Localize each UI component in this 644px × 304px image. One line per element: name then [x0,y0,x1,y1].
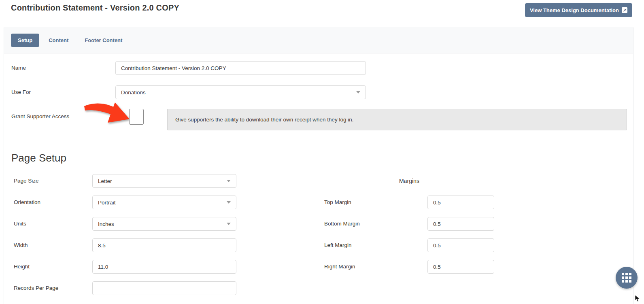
page-size-select[interactable]: Letter [92,174,236,188]
orientation-selected-value: Portrait [98,200,116,206]
left-margin-label: Left Margin [324,238,352,252]
page-size-selected-value: Letter [98,178,112,184]
chevron-down-icon [356,91,360,94]
bottom-margin-input[interactable] [427,217,494,231]
units-label: Units [14,217,26,231]
tab-setup[interactable]: Setup [11,34,39,47]
orientation-label: Orientation [14,196,40,209]
records-per-page-label: Records Per Page [14,281,58,295]
records-per-page-input[interactable] [92,281,236,295]
right-margin-label: Right Margin [324,260,355,274]
tab-footer-content[interactable]: Footer Content [78,34,129,47]
chevron-down-icon [227,180,231,182]
units-select[interactable]: Inches [92,217,236,231]
height-label: Height [14,260,30,274]
width-label: Width [14,238,28,252]
mouse-cursor-icon [635,295,640,302]
units-selected-value: Inches [98,221,114,227]
use-for-select[interactable]: Donations [115,85,366,99]
top-margin-label: Top Margin [324,196,351,209]
orientation-select[interactable]: Portrait [92,196,236,209]
red-annotation-arrow-icon [81,101,134,126]
chevron-down-icon [227,201,231,204]
tab-bar: Setup Content Footer Content [4,27,633,53]
settings-card: Setup Content Footer Content Name Use Fo… [4,27,633,304]
width-input[interactable] [92,238,236,252]
tab-content[interactable]: Content [42,34,75,47]
height-input[interactable] [92,260,236,274]
margins-heading: Margins [324,178,494,184]
bottom-margin-label: Bottom Margin [324,217,360,231]
page-size-label: Page Size [14,174,39,188]
apps-grid-fab-button[interactable] [616,267,638,289]
left-margin-input[interactable] [427,238,494,252]
right-margin-input[interactable] [427,260,494,274]
doc-button-label: View Theme Design Documentation [530,7,619,13]
use-for-selected-value: Donations [121,89,146,96]
grant-supporter-access-checkbox[interactable] [129,109,144,125]
view-theme-design-documentation-button[interactable]: View Theme Design Documentation ↗ [525,3,632,17]
grant-supporter-access-help-text: Give supporters the ability to download … [175,117,354,123]
grant-supporter-access-help: Give supporters the ability to download … [167,109,627,130]
external-link-icon: ↗ [622,7,627,13]
name-label: Name [11,61,26,75]
grant-supporter-access-label: Grant Supporter Access [11,110,69,123]
chevron-down-icon [227,223,231,225]
page-setup-heading: Page Setup [11,152,66,164]
grid-icon [622,273,631,283]
name-input[interactable] [115,61,366,75]
top-margin-input[interactable] [427,196,494,209]
page-title: Contribution Statement - Version 2.0 COP… [11,3,179,13]
use-for-label: Use For [11,85,31,99]
